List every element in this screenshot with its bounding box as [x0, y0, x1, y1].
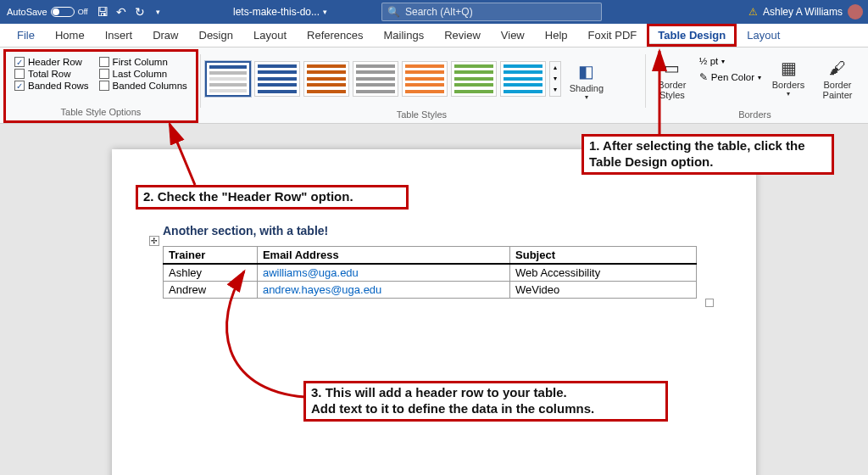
group-borders: ▭ Border Styles ½ pt▾ ✎Pen Color▾ ▦ Bord…	[645, 49, 865, 123]
tab-view[interactable]: View	[491, 24, 535, 47]
styles-more[interactable]: ▴▾▾	[549, 61, 561, 97]
group-table-styles: ▴▾▾ ◧ Shading ▾ Table Styles	[200, 49, 643, 123]
table-style-7[interactable]	[500, 61, 546, 97]
chevron-down-icon: ▾	[758, 74, 761, 81]
undo-icon[interactable]: ↶	[114, 4, 129, 20]
tab-file[interactable]: File	[7, 24, 45, 47]
tab-table-layout[interactable]: Layout	[737, 24, 790, 47]
table-row: Andrew andrew.hayes@uga.edu WeVideo	[164, 282, 697, 299]
tab-home[interactable]: Home	[45, 24, 95, 47]
autosave-state: Off	[78, 8, 88, 16]
document-area: essible! Another section, with a table! …	[0, 124, 868, 475]
email-link[interactable]: awilliams@uga.edu	[263, 266, 359, 279]
tab-mailings[interactable]: Mailings	[374, 24, 435, 47]
border-painter-icon: 🖌	[826, 56, 849, 80]
section-title: Another section, with a table!	[163, 224, 705, 238]
tab-draw[interactable]: Draw	[142, 24, 188, 47]
tab-references[interactable]: References	[297, 24, 373, 47]
table-style-4[interactable]	[353, 61, 398, 97]
border-styles-icon: ▭	[660, 56, 684, 80]
table-move-handle[interactable]: ✢	[149, 236, 159, 246]
chk-last-column[interactable]: Last Column	[99, 69, 187, 79]
ribbon: Header Row First Column Total Row Last C…	[0, 48, 868, 124]
border-width-select[interactable]: ½ pt▾	[699, 54, 761, 68]
group-label: Table Style Options	[11, 107, 191, 120]
autosave-label: AutoSave	[7, 7, 47, 17]
qat-dropdown-icon[interactable]: ▾	[151, 4, 166, 20]
redo-icon[interactable]: ↻	[132, 4, 147, 20]
borders-icon: ▦	[776, 56, 800, 80]
search-input[interactable]: 🔍 Search (Alt+Q)	[381, 3, 602, 21]
col-email[interactable]: Email Address	[257, 247, 509, 265]
table-style-3[interactable]	[303, 61, 349, 97]
pen-color-button[interactable]: ✎Pen Color▾	[699, 70, 761, 85]
search-icon: 🔍	[387, 6, 400, 18]
content-table[interactable]: Trainer Email Address Subject Ashley awi…	[163, 246, 697, 299]
shading-button[interactable]: ◧ Shading ▾	[565, 56, 609, 101]
chevron-down-icon: ▾	[787, 90, 790, 98]
title-bar: AutoSave Off 🖫 ↶ ↻ ▾ lets-make-this-do..…	[0, 0, 868, 24]
user-name[interactable]: Ashley A Williams	[763, 6, 843, 18]
document-title[interactable]: lets-make-this-do... ▾	[233, 6, 327, 18]
tab-insert[interactable]: Insert	[95, 24, 143, 47]
tab-design[interactable]: Design	[189, 24, 243, 47]
chevron-down-icon: ▾	[585, 93, 588, 101]
group-table-style-options: Header Row First Column Total Row Last C…	[3, 49, 198, 123]
chevron-down-icon: ▾	[721, 58, 725, 65]
chk-banded-rows[interactable]: Banded Rows	[14, 81, 89, 91]
tab-help[interactable]: Help	[535, 24, 578, 47]
borders-button[interactable]: ▦ Borders ▾	[766, 53, 810, 98]
table-resize-handle[interactable]	[705, 299, 714, 307]
table-row: Ashley awilliams@uga.edu Web Accessibili…	[164, 264, 697, 282]
table-style-2[interactable]	[254, 61, 300, 97]
shading-icon: ◧	[575, 59, 598, 83]
table-style-6[interactable]	[451, 61, 497, 97]
border-styles-button[interactable]: ▭ Border Styles	[650, 53, 694, 100]
table-header-row: Trainer Email Address Subject	[164, 247, 697, 265]
chk-banded-columns[interactable]: Banded Columns	[99, 81, 187, 91]
chk-first-column[interactable]: First Column	[99, 57, 187, 67]
ribbon-tabs: File Home Insert Draw Design Layout Refe…	[0, 24, 868, 48]
tab-layout[interactable]: Layout	[243, 24, 297, 47]
table-style-5[interactable]	[402, 61, 448, 97]
save-icon[interactable]: 🖫	[95, 4, 110, 20]
col-subject[interactable]: Subject	[510, 247, 697, 265]
email-link[interactable]: andrew.hayes@uga.edu	[263, 283, 381, 296]
annotation-step1: 1. After selecting the table, click the …	[581, 134, 834, 175]
chevron-down-icon: ▾	[323, 8, 327, 16]
tab-table-design[interactable]: Table Design	[647, 24, 737, 47]
annotation-step3: 3. This will add a header row to your ta…	[303, 381, 668, 422]
chk-header-row[interactable]: Header Row	[14, 57, 89, 67]
warning-icon[interactable]: ⚠	[748, 6, 758, 18]
table-style-1[interactable]	[205, 61, 251, 97]
group-label: Table Styles	[205, 109, 638, 123]
group-label: Borders	[650, 109, 860, 123]
pen-icon: ✎	[699, 71, 708, 83]
tab-review[interactable]: Review	[434, 24, 491, 47]
col-trainer[interactable]: Trainer	[164, 247, 258, 265]
chk-total-row[interactable]: Total Row	[14, 69, 89, 79]
annotation-step2: 2. Check the "Header Row" option.	[136, 185, 409, 210]
autosave-toggle[interactable]: AutoSave Off	[5, 7, 92, 17]
tab-foxit-pdf[interactable]: Foxit PDF	[578, 24, 648, 47]
border-painter-button[interactable]: 🖌 Border Painter	[815, 53, 860, 100]
avatar[interactable]	[848, 4, 863, 20]
